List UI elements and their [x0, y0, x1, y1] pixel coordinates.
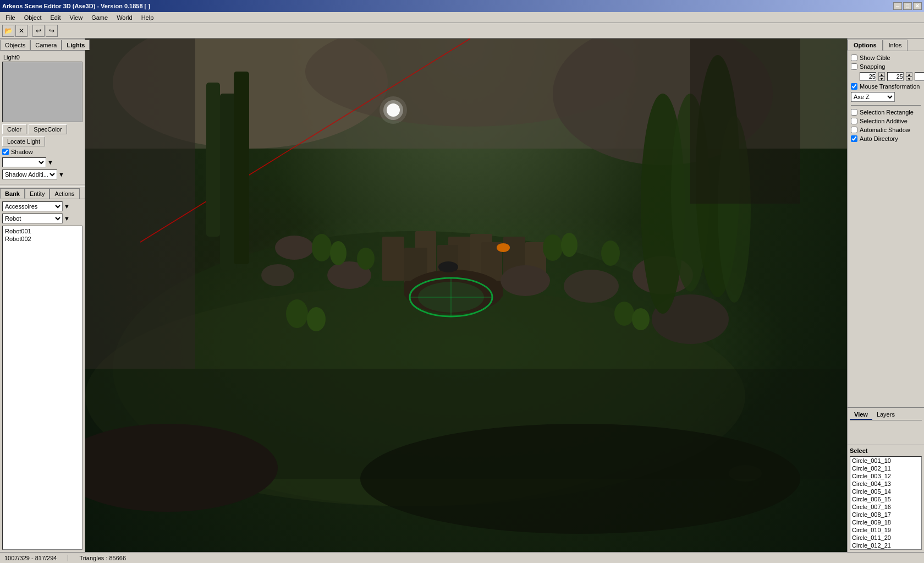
select-item-1[interactable]: Circle_001_10 — [850, 457, 921, 464]
tab-actions[interactable]: Actions — [50, 188, 79, 199]
snap-y-input[interactable] — [887, 72, 904, 81]
svg-point-28 — [564, 270, 619, 303]
select-item-9[interactable]: Circle_009_18 — [850, 518, 921, 526]
left-panel: Objects Camera Lights FX Light0 Color Sp… — [0, 39, 85, 552]
svg-point-44 — [632, 308, 650, 330]
select-item-7[interactable]: Circle_007_16 — [850, 503, 921, 511]
shadow-label: Shadow — [11, 149, 33, 155]
snap-z-input[interactable] — [915, 72, 924, 81]
show-cible-label: Show Cible — [860, 54, 890, 61]
tab-layers[interactable]: Layers — [872, 410, 899, 420]
select-item-11[interactable]: Circle_011_20 — [850, 534, 921, 542]
shadow-select-row: ▼ — [2, 157, 82, 167]
tab-bank[interactable]: Bank — [0, 188, 25, 199]
select-panel: Select Circle_001_10 Circle_002_11 Circl… — [848, 445, 924, 552]
selection-rect-checkbox[interactable] — [851, 109, 857, 116]
auto-dir-checkbox[interactable] — [851, 135, 857, 142]
menu-file[interactable]: File — [2, 13, 19, 22]
tab-camera[interactable]: Camera — [30, 40, 62, 50]
menu-view[interactable]: View — [67, 13, 86, 22]
close-x-button[interactable]: ✕ — [15, 25, 28, 37]
tab-entity[interactable]: Entity — [25, 188, 50, 199]
snap-x-up[interactable]: ▲ — [878, 72, 885, 76]
open-button[interactable]: 📂 — [2, 25, 14, 37]
menubar: File Object Edit View Game World Help — [0, 12, 924, 23]
select-item-3[interactable]: Circle_003_12 — [850, 472, 921, 480]
minimize-button[interactable]: ─ — [893, 2, 902, 10]
shadow-checkbox[interactable] — [2, 149, 9, 155]
auto-shadow-checkbox[interactable] — [851, 127, 857, 133]
list-item-robot002[interactable]: Robot002 — [4, 235, 81, 243]
menu-object[interactable]: Object — [21, 13, 45, 22]
locate-light-button[interactable]: Locate Light — [2, 136, 45, 146]
show-cible-checkbox[interactable] — [851, 54, 857, 61]
snapping-label: Snapping — [860, 63, 886, 70]
svg-point-37 — [312, 234, 332, 261]
spec-color-button[interactable]: SpecColor — [29, 124, 67, 134]
menu-edit[interactable]: Edit — [47, 13, 64, 22]
svg-point-43 — [614, 302, 634, 326]
selection-additive-checkbox[interactable] — [851, 118, 857, 124]
tab-options[interactable]: Options — [848, 40, 883, 51]
category-row: Accessoires ▼ — [2, 201, 82, 211]
svg-point-45 — [286, 299, 308, 328]
bank-tab-bar: Bank Entity Actions — [0, 187, 85, 199]
tab-infos[interactable]: Infos — [883, 40, 908, 51]
select-item-4[interactable]: Circle_004_13 — [850, 480, 921, 488]
select-item-2[interactable]: Circle_002_11 — [850, 464, 921, 472]
select-item-6[interactable]: Circle_006_15 — [850, 495, 921, 503]
close-button[interactable]: ✕ — [913, 2, 922, 10]
snap-x-down[interactable]: ▼ — [878, 76, 885, 81]
snap-x-input[interactable] — [860, 72, 876, 81]
menu-help[interactable]: Help — [138, 13, 157, 22]
select-list[interactable]: Circle_001_10 Circle_002_11 Circle_003_1… — [850, 456, 922, 550]
titlebar-controls: ─ □ ✕ — [893, 2, 922, 10]
svg-rect-11 — [382, 237, 404, 281]
mouse-transform-checkbox[interactable] — [851, 83, 857, 90]
auto-shadow-label: Automatic Shadow — [860, 127, 910, 133]
select-item-8[interactable]: Circle_008_17 — [850, 511, 921, 518]
mouse-transform-label: Mouse Transformation — [860, 83, 920, 90]
right-panel: Options Infos Show Cible Snapping ▲ ▼ — [847, 39, 924, 552]
title-text: Arkeos Scene Editor 3D (Ase3D) - Version… — [2, 3, 150, 9]
category-arrow: ▼ — [64, 203, 70, 210]
color-button[interactable]: Color — [2, 124, 26, 134]
menu-game[interactable]: Game — [88, 13, 111, 22]
sub-dropdown[interactable]: Robot — [2, 214, 63, 223]
select-item-13[interactable]: Circle_013_22 — [850, 549, 921, 550]
snap-y-spinner: ▲ ▼ — [906, 72, 912, 81]
view-tab-bar: View Layers — [850, 410, 922, 420]
svg-rect-48 — [439, 264, 457, 271]
shadow-additive-dropdown[interactable]: Shadow Additi... — [2, 170, 57, 179]
tab-lights[interactable]: Lights — [62, 40, 90, 50]
right-tab-bar: Options Infos — [848, 39, 924, 51]
snap-y-up[interactable]: ▲ — [906, 72, 912, 76]
redo-button[interactable]: ↪ — [46, 25, 58, 37]
maximize-button[interactable]: □ — [903, 2, 912, 10]
selection-rect-label: Selection Rectangle — [860, 109, 914, 116]
svg-rect-9 — [206, 83, 220, 237]
svg-rect-10 — [234, 72, 249, 264]
bank-panel: Accessoires ▼ Robot ▼ Robot001 Robot002 — [0, 199, 85, 552]
sub-category-row: Robot ▼ — [2, 214, 82, 223]
snapping-checkbox[interactable] — [851, 63, 857, 70]
shadow-type-dropdown[interactable] — [2, 157, 46, 167]
select-item-10[interactable]: Circle_010_19 — [850, 526, 921, 534]
list-item-robot001[interactable]: Robot001 — [4, 227, 81, 235]
viewport[interactable] — [85, 39, 847, 552]
mouse-transform-row: Mouse Transformation — [851, 83, 921, 90]
tab-view[interactable]: View — [850, 410, 872, 420]
undo-button[interactable]: ↩ — [32, 25, 45, 37]
menu-world[interactable]: World — [113, 13, 136, 22]
tab-objects[interactable]: Objects — [0, 40, 30, 50]
category-dropdown[interactable]: Accessoires — [2, 201, 63, 211]
select-item-12[interactable]: Circle_012_21 — [850, 542, 921, 549]
show-cible-row: Show Cible — [851, 54, 921, 61]
axis-dropdown[interactable]: Axe Z Axe X Axe Y — [851, 92, 895, 102]
lights-panel: Light0 Color SpecColor Locate Light Shad… — [0, 51, 85, 184]
svg-point-39 — [357, 248, 375, 270]
main-area: Objects Camera Lights FX Light0 Color Sp… — [0, 39, 924, 552]
snap-y-down[interactable]: ▼ — [906, 76, 912, 81]
select-item-5[interactable]: Circle_005_14 — [850, 488, 921, 495]
svg-point-41 — [561, 233, 578, 257]
